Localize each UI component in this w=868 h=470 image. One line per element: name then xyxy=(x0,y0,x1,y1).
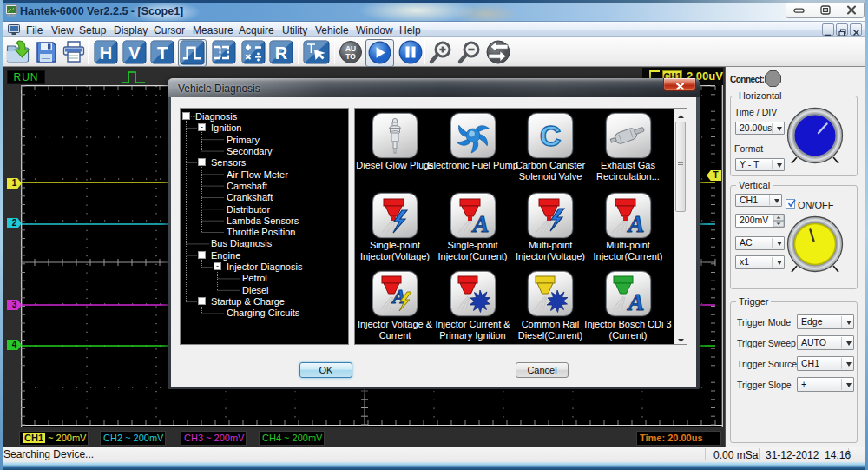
svg-text:T: T xyxy=(157,43,168,63)
svg-text:H: H xyxy=(100,43,112,63)
svg-text:R: R xyxy=(275,43,288,63)
svg-text:A: A xyxy=(470,210,489,235)
svg-text:V: V xyxy=(128,43,141,63)
svg-text:A: A xyxy=(626,288,644,313)
svg-text:C: C xyxy=(540,119,562,152)
svg-text:A: A xyxy=(626,210,644,235)
svg-text:TO: TO xyxy=(345,52,356,61)
